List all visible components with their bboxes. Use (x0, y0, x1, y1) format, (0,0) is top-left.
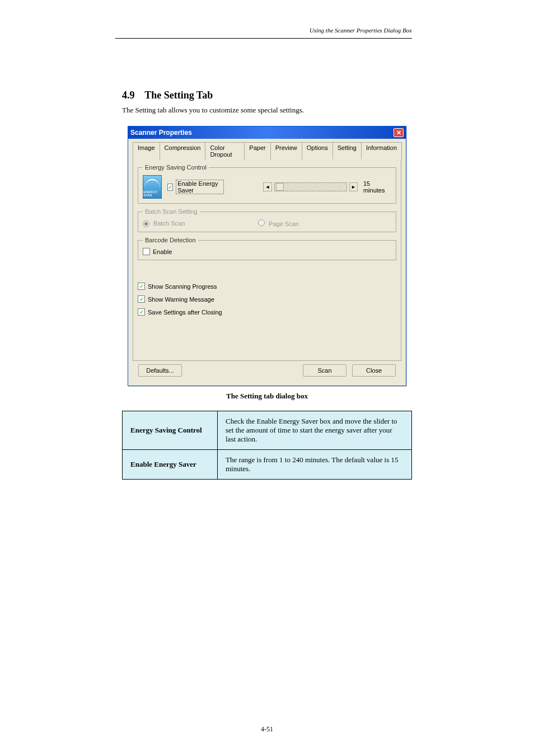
barcode-enable-checkbox[interactable] (143, 248, 150, 255)
batch-scan-group: Batch Scan Setting Batch Scan Page Scan (138, 208, 396, 232)
slider-increment-button[interactable]: ► (349, 182, 358, 191)
arrow-right-icon: ► (351, 184, 356, 190)
scan-button[interactable]: Scan (303, 364, 346, 377)
header-divider (115, 38, 412, 39)
energy-star-logo-text: ENERGY STAR (143, 190, 161, 197)
enable-energy-saver-label: Enable Energy Saver (176, 180, 224, 194)
show-scanning-progress-label: Show Scanning Progress (148, 283, 217, 290)
dialog-tabs: Image Compression Color Dropout Paper Pr… (133, 142, 401, 159)
energy-saver-slider-thumb[interactable] (276, 183, 284, 191)
energy-saver-slider-track[interactable] (274, 182, 347, 191)
tab-panel-setting: Energy Saving Control ENERGY STAR Enable… (133, 159, 401, 361)
show-scanning-progress-checkbox[interactable] (138, 283, 145, 290)
page-scan-label: Page Scan (269, 220, 299, 227)
close-dialog-button[interactable]: Close (352, 364, 396, 377)
page-scan-radio (258, 219, 265, 226)
energy-saving-group: Energy Saving Control ENERGY STAR Enable… (138, 164, 396, 204)
barcode-detection-legend: Barcode Detection (143, 237, 198, 243)
header-running-title: Using the Scanner Properties Dialog Box (310, 27, 412, 34)
barcode-enable-label: Enable (153, 248, 172, 255)
section-heading: 4.9 The Setting Tab (122, 90, 213, 101)
tab-color-dropout[interactable]: Color Dropout (205, 142, 245, 159)
energy-star-logo: ENERGY STAR (143, 175, 162, 199)
energy-saver-value-label: 15 minutes (363, 180, 391, 194)
section-title-text: The Setting Tab (144, 90, 213, 101)
defaults-button[interactable]: Defaults... (138, 364, 182, 377)
show-warning-message-checkbox[interactable] (138, 295, 145, 303)
tab-setting[interactable]: Setting (332, 142, 362, 159)
close-button[interactable]: ✕ (394, 128, 404, 137)
slider-decrement-button[interactable]: ◄ (263, 182, 271, 191)
table-cell-text: Check the Enable Energy Saver box and mo… (218, 411, 412, 450)
page-footer-number: 4-51 (0, 725, 534, 734)
tab-preview[interactable]: Preview (270, 142, 302, 159)
energy-saving-legend: Energy Saving Control (143, 164, 209, 171)
batch-scan-option: Batch Scan (143, 220, 255, 227)
arrow-left-icon: ◄ (265, 184, 270, 190)
dialog-titlebar: Scanner Properties ✕ (128, 126, 406, 139)
tab-image[interactable]: Image (133, 142, 160, 159)
page-scan-option: Page Scan (258, 219, 299, 227)
table-row: Enable Energy Saver The range is from 1 … (123, 450, 412, 480)
batch-scan-legend: Batch Scan Setting (143, 208, 200, 215)
section-number: 4.9 (122, 90, 135, 101)
table-row: Energy Saving Control Check the Enable E… (123, 411, 412, 450)
table-cell-text: The range is from 1 to 240 minutes. The … (218, 450, 412, 480)
tab-options[interactable]: Options (302, 142, 333, 159)
close-icon: ✕ (396, 130, 401, 136)
batch-scan-label: Batch Scan (153, 220, 185, 227)
save-settings-label: Save Settings after Closing (148, 309, 222, 316)
batch-scan-radio (143, 220, 149, 227)
show-warning-message-label: Show Warning Message (148, 296, 214, 303)
tab-information[interactable]: Information (361, 142, 402, 159)
scanner-properties-dialog: Scanner Properties ✕ Image Compression C… (128, 126, 406, 386)
figure-caption: The Setting tab dialog box (122, 392, 412, 401)
section-description: The Setting tab allows you to customize … (122, 105, 412, 115)
tab-paper[interactable]: Paper (244, 142, 270, 159)
enable-energy-saver-checkbox[interactable] (167, 184, 173, 191)
dialog-title: Scanner Properties (130, 129, 192, 137)
tab-compression[interactable]: Compression (160, 142, 206, 159)
settings-description-table: Energy Saving Control Check the Enable E… (122, 411, 412, 480)
table-cell-label: Enable Energy Saver (123, 450, 218, 480)
table-cell-label: Energy Saving Control (123, 411, 218, 450)
save-settings-checkbox[interactable] (138, 308, 145, 316)
barcode-detection-group: Barcode Detection Enable (138, 237, 396, 260)
